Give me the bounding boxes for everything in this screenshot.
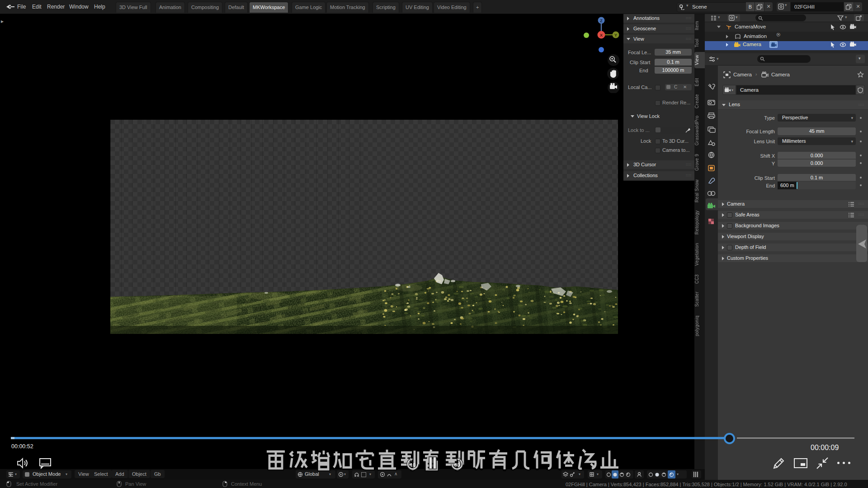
svg-text:Z: Z [600, 19, 603, 23]
svg-text:Y: Y [614, 33, 617, 38]
svg-text:X: X [600, 33, 603, 38]
